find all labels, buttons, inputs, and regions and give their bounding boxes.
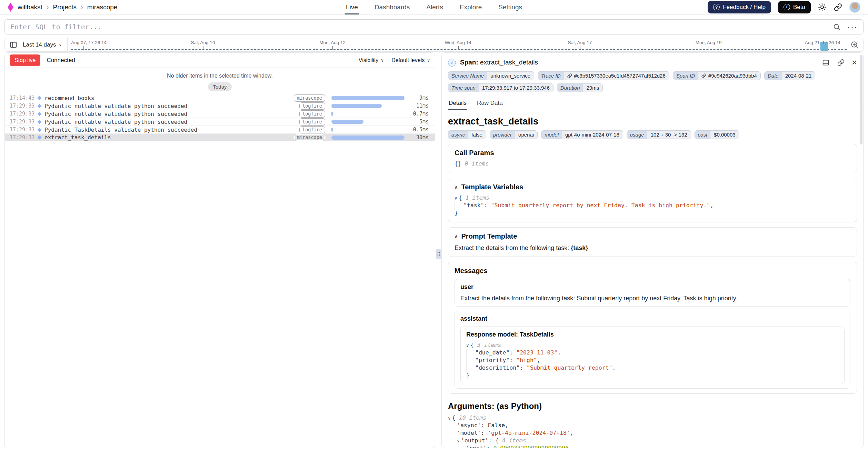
span-attr-badge-value: false	[468, 131, 486, 139]
log-row[interactable]: 17:14:43recommend_booksmirascope9ms	[5, 94, 435, 102]
log-row[interactable]: 17:29:33extract_task_detailsmirascope30m…	[5, 133, 435, 141]
span-attr-badge-label: async	[448, 131, 468, 139]
sql-filter-bar: ···	[4, 19, 864, 34]
nav-tab-dashboards[interactable]: Dashboards	[375, 0, 410, 14]
tab-raw-data[interactable]: Raw Data	[476, 98, 503, 110]
beta-button[interactable]: i Beta	[778, 1, 811, 13]
zoom-in-icon[interactable]	[850, 40, 859, 49]
span-attr-badge: cost$0.00003	[695, 130, 739, 139]
scrollbar-thumb[interactable]	[860, 55, 862, 144]
timeline-tick	[709, 46, 709, 50]
code-line: ∨{ 10 items	[448, 414, 857, 422]
log-row-duration-bar	[331, 96, 405, 100]
theme-toggle-icon[interactable]	[818, 3, 827, 12]
more-menu-icon[interactable]: ···	[847, 25, 858, 29]
link-icon	[701, 73, 706, 78]
prompt-template-title: Prompt Template	[461, 232, 517, 240]
link-icon	[567, 73, 572, 78]
user-avatar[interactable]	[849, 2, 860, 13]
span-meta-badge-value: #9c942620aa93dbb4	[698, 72, 760, 80]
chevron-right-icon: ›	[81, 3, 83, 11]
span-attr-badge: provideropenai	[490, 130, 538, 139]
chevron-right-icon: ›	[47, 3, 49, 11]
breadcrumb-org[interactable]: willbakst	[18, 3, 42, 11]
span-attribute-badges: asyncfalseprovideropenaimodelgpt-4o-mini…	[448, 130, 857, 139]
span-meta-badge-label: Duration	[557, 84, 583, 92]
sidebar-toggle-icon[interactable]	[9, 40, 18, 49]
time-range-label: Last 14 days	[23, 41, 56, 48]
stop-live-button[interactable]: Stop live	[10, 54, 40, 66]
panel-resize-handle[interactable]	[436, 249, 441, 259]
tab-details[interactable]: Details	[448, 98, 467, 110]
code-line: ∨'output': { 4 items	[448, 437, 857, 445]
log-row[interactable]: 17:29:33Pydantic nullable validate_pytho…	[5, 102, 435, 110]
code-line: 'cost': 0.00003329999999999996,	[448, 445, 857, 448]
share-link-icon[interactable]	[834, 3, 842, 12]
span-attr-badge: asyncfalse	[448, 130, 486, 139]
log-row-tag: logfire	[299, 126, 325, 133]
span-attr-badge-label: model	[541, 131, 562, 139]
default-levels-dropdown[interactable]: Default levels ∨	[391, 57, 430, 63]
prompt-template-variable: {task}	[571, 244, 588, 251]
span-attr-badge-label: usage	[627, 131, 647, 139]
log-row[interactable]: 17:29:33Pydantic nullable validate_pytho…	[5, 118, 435, 126]
expand-caret-icon[interactable]: ∨	[455, 196, 457, 201]
log-row-time: 17:29:33	[10, 134, 37, 141]
span-info-icon: i	[448, 59, 456, 67]
span-meta-badge-value: 29ms	[583, 84, 603, 92]
span-attr-badge-value: 102 + 30 -> 132	[647, 131, 691, 139]
assistant-message-card: assistant Response model: TaskDetails ∨{…	[455, 311, 850, 389]
visibility-dropdown[interactable]: Visibility ∨	[359, 57, 384, 63]
code-line: "task": "Submit quarterly report by next…	[455, 202, 850, 210]
expand-caret-icon[interactable]: ∨	[466, 343, 469, 348]
breadcrumb-project[interactable]: mirascope	[87, 3, 118, 11]
log-row[interactable]: 17:29:33Pydantic nullable validate_pytho…	[5, 110, 435, 118]
default-levels-label: Default levels	[391, 57, 425, 63]
feedback-help-button[interactable]: ? Feedback / Help	[708, 1, 771, 13]
span-attr-badge-value: openai	[515, 131, 537, 139]
log-row-duration: 11ms	[405, 103, 429, 109]
timeline-bar: Last 14 days ∨ Aug 07, 17:26:14Sat, Aug …	[4, 38, 864, 52]
nav-tab-settings[interactable]: Settings	[498, 0, 522, 14]
log-row-duration-bar	[331, 120, 405, 124]
search-icon[interactable]	[832, 22, 841, 31]
code-line: }	[466, 372, 839, 380]
nav-tab-alerts[interactable]: Alerts	[426, 0, 443, 14]
top-nav: willbakst › Projects › mirascope LiveDas…	[0, 0, 868, 14]
call-params-code: {} 0 items	[455, 160, 850, 168]
chevron-down-icon: ∨	[381, 58, 384, 63]
code-line: {} 0 items	[455, 160, 850, 168]
timeline-tick	[83, 46, 84, 50]
span-meta-badge: Time span17:29:33.917 to 17:29:33.946	[448, 83, 553, 92]
timeline-tick-label: Mon, Aug 19	[696, 40, 722, 45]
span-meta-badge-value: #c3b5157330ea5c1fd4572747af512d26	[564, 72, 669, 80]
breadcrumb-projects[interactable]: Projects	[53, 3, 77, 11]
time-range-dropdown[interactable]: Last 14 days ∨	[23, 41, 62, 48]
span-attr-badge-value: gpt-4o-mini-2024-07-18	[562, 131, 623, 139]
collapse-icon[interactable]: ∧	[455, 184, 458, 190]
timeline-tick-label: Mon, Aug 12	[319, 40, 346, 45]
expand-caret-icon[interactable]: ∨	[448, 415, 451, 421]
timeline-tick	[580, 46, 580, 50]
log-row[interactable]: 17:29:33Pydantic TaskDetails validate_py…	[5, 126, 435, 133]
breadcrumb: willbakst › Projects › mirascope	[8, 3, 117, 12]
copy-link-icon[interactable]	[837, 58, 846, 67]
log-row-tag: logfire	[299, 102, 325, 110]
expand-caret-icon[interactable]: ∨	[457, 438, 460, 443]
span-meta-badges: Service Nameunknown_serviceTrace ID#c3b5…	[448, 71, 857, 92]
span-meta-badge-label: Trace ID	[538, 72, 563, 80]
close-icon[interactable]: ×	[852, 59, 857, 66]
collapse-icon[interactable]: ∧	[455, 234, 458, 239]
prompt-template-card: ∧ Prompt Template Extract the details fr…	[448, 227, 857, 257]
sql-filter-input[interactable]	[10, 23, 832, 31]
response-model-title: Response model: TaskDetails	[466, 331, 839, 338]
nav-tab-explore[interactable]: Explore	[460, 0, 482, 14]
timeline-dashed-line	[71, 49, 847, 50]
timeline-track[interactable]: Aug 07, 17:26:14Sat, Aug 10Mon, Aug 12We…	[71, 38, 847, 51]
log-row-duration: 0.5ms	[405, 127, 429, 133]
nav-tab-live[interactable]: Live	[346, 0, 358, 14]
dock-panel-icon[interactable]	[821, 58, 830, 67]
span-heading: extract_task_details	[448, 116, 857, 127]
span-meta-badge-label: Span ID	[673, 72, 698, 80]
live-view-panel: Stop live Connected Visibility ∨ Default…	[4, 52, 435, 448]
